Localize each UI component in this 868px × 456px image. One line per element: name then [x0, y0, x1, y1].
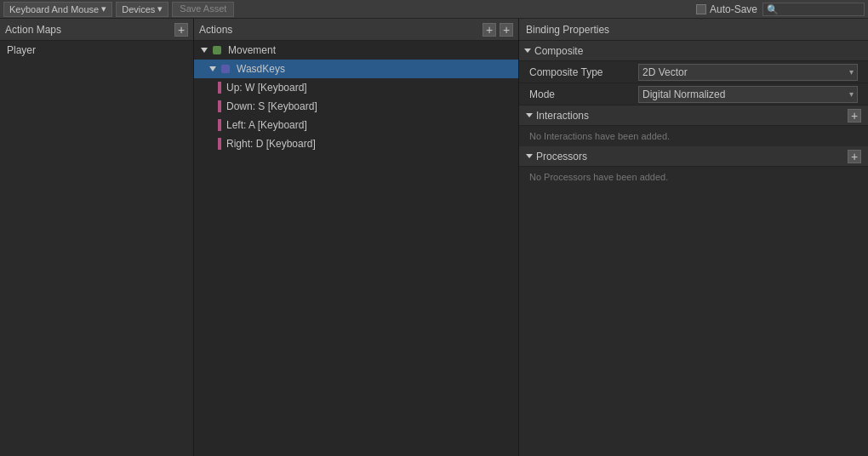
add-interaction-button[interactable]: + — [848, 109, 861, 123]
main-layout: Action Maps + Player Actions + + Movemen… — [0, 19, 868, 456]
properties-panel: Binding Properties Composite Composite T… — [519, 19, 868, 456]
processors-title: Processors — [536, 151, 587, 162]
action-binding-up-label: Up: W [Keyboard] — [226, 82, 307, 94]
mode-dropdown[interactable]: Digital Normalized ▾ — [638, 86, 858, 103]
binding-bar-right — [218, 138, 221, 150]
action-binding-up[interactable]: Up: W [Keyboard] — [194, 78, 518, 97]
top-bar-right: Auto-Save — [696, 3, 865, 16]
add-action-map-button[interactable]: + — [174, 23, 188, 37]
keyboard-mouse-dropdown[interactable]: Keyboard And Mouse ▾ — [3, 2, 112, 17]
wasdkeys-icon — [221, 65, 230, 73]
actions-title: Actions — [199, 24, 232, 36]
devices-label: Devices — [122, 4, 155, 14]
composite-type-value: 2D Vector — [642, 66, 688, 78]
composite-type-arrow: ▾ — [849, 67, 854, 77]
properties-header: Binding Properties — [519, 19, 868, 41]
autosave-checkbox[interactable] — [696, 4, 706, 14]
actions-header: Actions + + — [194, 19, 518, 41]
chevron-icon2: ▾ — [157, 3, 163, 14]
composite-section-header: Composite — [519, 41, 868, 61]
action-wasdkeys[interactable]: WasdKeys — [194, 60, 518, 78]
action-map-player-label: Player — [7, 44, 36, 56]
composite-type-row: Composite Type 2D Vector ▾ — [519, 61, 868, 83]
composite-chevron-icon — [524, 48, 531, 53]
composite-type-label: Composite Type — [529, 66, 631, 78]
processors-header: Processors + — [519, 146, 868, 167]
interactions-header: Interactions + — [519, 105, 868, 126]
actions-panel: Actions + + Movement WasdKeys Up: W [Key… — [194, 19, 519, 456]
no-processors-text: No Processors have been added. — [519, 167, 868, 187]
action-maps-title: Action Maps — [5, 24, 61, 36]
interactions-chevron-icon — [526, 113, 533, 117]
action-maps-panel: Action Maps + Player — [0, 19, 194, 456]
keyboard-mouse-label: Keyboard And Mouse — [9, 4, 99, 14]
properties-title: Binding Properties — [526, 24, 609, 36]
action-binding-down[interactable]: Down: S [Keyboard] — [194, 97, 518, 116]
movement-icon — [213, 46, 221, 54]
autosave-container: Auto-Save — [696, 3, 757, 15]
binding-bar-up — [218, 82, 221, 94]
add-processor-button[interactable]: + — [848, 150, 861, 163]
add-binding-button[interactable]: + — [483, 23, 496, 37]
action-binding-left[interactable]: Left: A [Keyboard] — [194, 116, 518, 134]
action-maps-header: Action Maps + — [0, 19, 193, 41]
search-input[interactable] — [762, 3, 865, 16]
devices-dropdown[interactable]: Devices ▾ — [116, 2, 168, 17]
mode-value: Digital Normalized — [642, 88, 725, 100]
add-action-button[interactable]: + — [500, 23, 513, 37]
mode-label: Mode — [529, 88, 631, 100]
action-binding-down-label: Down: S [Keyboard] — [226, 100, 317, 112]
save-asset-button[interactable]: Save Asset — [172, 2, 234, 17]
top-bar: Keyboard And Mouse ▾ Devices ▾ Save Asse… — [0, 0, 868, 19]
chevron-icon: ▾ — [101, 3, 106, 14]
binding-bar-down — [218, 100, 221, 112]
binding-bar-left — [218, 119, 221, 131]
action-movement[interactable]: Movement — [194, 41, 518, 60]
composite-type-dropdown[interactable]: 2D Vector ▾ — [638, 64, 858, 81]
action-binding-right[interactable]: Right: D [Keyboard] — [194, 134, 518, 153]
action-wasdkeys-label: WasdKeys — [237, 63, 285, 75]
processors-chevron-icon — [526, 154, 533, 158]
action-binding-right-label: Right: D [Keyboard] — [226, 138, 316, 150]
autosave-label: Auto-Save — [710, 3, 757, 15]
interactions-title: Interactions — [536, 110, 589, 122]
expand-wasdkeys-icon — [209, 66, 216, 71]
mode-row: Mode Digital Normalized ▾ — [519, 83, 868, 105]
expand-movement-icon — [201, 48, 208, 53]
composite-section-title: Composite — [534, 45, 583, 57]
no-interactions-text: No Interactions have been added. — [519, 126, 868, 146]
action-map-player[interactable]: Player — [0, 41, 193, 60]
action-binding-left-label: Left: A [Keyboard] — [226, 119, 307, 131]
mode-arrow: ▾ — [849, 89, 854, 99]
action-movement-label: Movement — [228, 44, 276, 56]
